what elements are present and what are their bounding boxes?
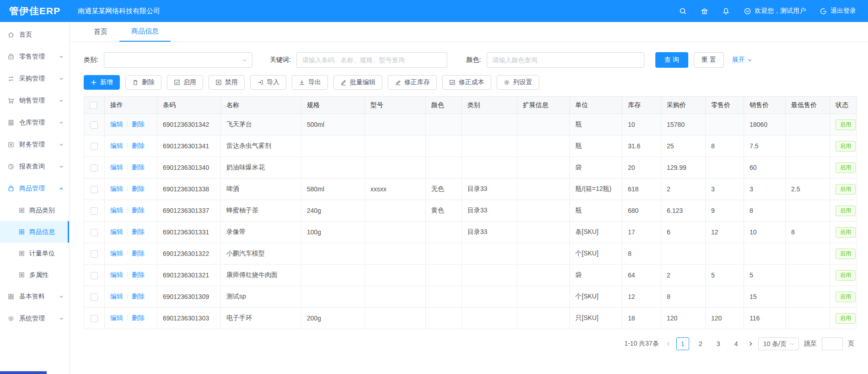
- sidebar-item-system[interactable]: 系统管理: [0, 308, 69, 330]
- disable-button[interactable]: 禁用: [209, 75, 245, 90]
- sidebar-item-products[interactable]: 商品管理: [0, 178, 69, 200]
- page-size-select[interactable]: 10 条/页: [758, 337, 799, 350]
- logout-button[interactable]: 退出登录: [820, 7, 856, 15]
- page-number-1[interactable]: 1: [676, 337, 689, 350]
- row-checkbox[interactable]: [91, 272, 98, 279]
- sidebar-item-warehouse[interactable]: 仓库管理: [0, 112, 69, 134]
- delete-link[interactable]: 删除: [132, 271, 145, 278]
- reset-button[interactable]: 重置: [694, 52, 724, 68]
- color-input[interactable]: [487, 52, 644, 68]
- cell-name: 康师傅红烧牛肉面: [221, 265, 301, 286]
- sidebar-subitem-attributes[interactable]: 多属性: [0, 264, 69, 286]
- delete-link[interactable]: 删除: [132, 249, 145, 257]
- status-badge[interactable]: 启用: [836, 163, 856, 173]
- sidebar-subitem-product-category[interactable]: 商品类别: [0, 200, 69, 221]
- row-checkbox[interactable]: [91, 293, 98, 301]
- page-number-2[interactable]: 2: [694, 337, 707, 350]
- row-checkbox[interactable]: [91, 186, 98, 193]
- status-badge[interactable]: 启用: [836, 206, 856, 216]
- delete-link[interactable]: 删除: [132, 314, 145, 321]
- cell-color: [426, 286, 462, 308]
- row-checkbox[interactable]: [91, 315, 98, 322]
- status-badge[interactable]: 启用: [836, 313, 856, 324]
- column-settings-button[interactable]: 列设置: [497, 75, 539, 90]
- cell-status: 启用: [830, 222, 857, 243]
- status-badge[interactable]: 启用: [836, 141, 856, 152]
- page-number-3[interactable]: 3: [712, 337, 725, 350]
- purchase-swap-icon: [7, 75, 15, 82]
- status-badge[interactable]: 启用: [836, 249, 856, 259]
- edit-link[interactable]: 编辑: [110, 185, 123, 192]
- batch-edit-button[interactable]: 批量编辑: [333, 75, 382, 90]
- bank-icon[interactable]: [701, 7, 708, 15]
- cell-category: [462, 243, 517, 265]
- search-icon[interactable]: [679, 7, 687, 15]
- action-toolbar: 新增 删除 启用 禁用 导入 导出 批量编辑 修正库存: [84, 75, 854, 90]
- sidebar-subitem-product-info[interactable]: 商品信息: [0, 221, 69, 243]
- next-page-icon[interactable]: [748, 341, 753, 347]
- edit-link[interactable]: 编辑: [110, 120, 123, 128]
- row-checkbox[interactable]: [91, 143, 98, 150]
- delete-link[interactable]: 删除: [132, 142, 145, 149]
- select-all-checkbox[interactable]: [90, 102, 97, 109]
- sidebar-item-purchase[interactable]: 采购管理: [0, 68, 69, 90]
- sidebar-subitem-units[interactable]: 计量单位: [0, 243, 69, 264]
- delete-link[interactable]: 删除: [132, 206, 145, 214]
- status-badge[interactable]: 启用: [836, 227, 856, 238]
- status-badge[interactable]: 启用: [836, 119, 856, 130]
- tab-home[interactable]: 首页: [82, 22, 119, 42]
- cell-sale: 116: [744, 308, 786, 329]
- export-button[interactable]: 导出: [292, 75, 328, 90]
- prev-page-icon[interactable]: [666, 341, 671, 347]
- edit-link[interactable]: 编辑: [110, 249, 123, 257]
- edit-link[interactable]: 编辑: [110, 163, 123, 171]
- jump-label: 跳至: [804, 340, 817, 348]
- sidebar-item-reports[interactable]: 报表查询: [0, 156, 69, 178]
- cell-model: [365, 114, 426, 136]
- sidebar-item-home[interactable]: 首页: [0, 24, 69, 46]
- col-header-color: 颜色: [426, 97, 462, 114]
- bell-icon[interactable]: [722, 7, 730, 15]
- search-button[interactable]: 查询: [655, 52, 688, 68]
- delete-link[interactable]: 删除: [132, 228, 145, 235]
- import-button[interactable]: 导入: [250, 75, 286, 90]
- edit-link[interactable]: 编辑: [110, 314, 123, 321]
- delete-button[interactable]: 删除: [125, 75, 161, 90]
- edit-link[interactable]: 编辑: [110, 293, 123, 300]
- row-checkbox[interactable]: [91, 164, 98, 172]
- keyword-input[interactable]: [296, 52, 447, 68]
- sidebar-item-retail[interactable]: 零售管理: [0, 46, 69, 68]
- cell-unit: 个[SKU]: [570, 286, 622, 308]
- row-checkbox[interactable]: [91, 207, 98, 215]
- fix-cost-button[interactable]: 修正成本: [442, 75, 491, 90]
- report-pie-icon: [7, 163, 15, 170]
- jump-page-input[interactable]: [822, 337, 843, 350]
- enable-button[interactable]: 启用: [167, 75, 203, 90]
- delete-link[interactable]: 删除: [132, 185, 145, 192]
- user-menu[interactable]: 欢迎您，测试用户: [744, 7, 806, 15]
- page-number-4[interactable]: 4: [730, 337, 743, 350]
- delete-link[interactable]: 删除: [132, 293, 145, 300]
- row-checkbox[interactable]: [91, 121, 98, 129]
- edit-link[interactable]: 编辑: [110, 228, 123, 235]
- sidebar-item-finance[interactable]: 财务管理: [0, 134, 69, 156]
- add-button[interactable]: 新增: [84, 75, 120, 90]
- status-badge[interactable]: 启用: [836, 184, 856, 195]
- sidebar-item-sales[interactable]: 销售管理: [0, 90, 69, 112]
- cell-min: [786, 265, 830, 286]
- row-checkbox[interactable]: [91, 250, 98, 258]
- row-checkbox[interactable]: [91, 229, 98, 236]
- category-select[interactable]: [104, 52, 252, 68]
- edit-link[interactable]: 编辑: [110, 271, 123, 278]
- fix-stock-button[interactable]: 修正库存: [388, 75, 437, 90]
- sidebar-item-basic-data[interactable]: 基本资料: [0, 286, 69, 308]
- status-badge[interactable]: 启用: [836, 292, 856, 302]
- tab-product-info[interactable]: 商品信息: [119, 22, 171, 42]
- expand-toggle[interactable]: 展开: [732, 56, 752, 64]
- status-badge[interactable]: 启用: [836, 270, 856, 281]
- delete-link[interactable]: 删除: [132, 120, 145, 128]
- delete-link[interactable]: 删除: [132, 163, 145, 171]
- edit-link[interactable]: 编辑: [110, 206, 123, 214]
- edit-link[interactable]: 编辑: [110, 142, 123, 149]
- action-divider: [127, 121, 128, 127]
